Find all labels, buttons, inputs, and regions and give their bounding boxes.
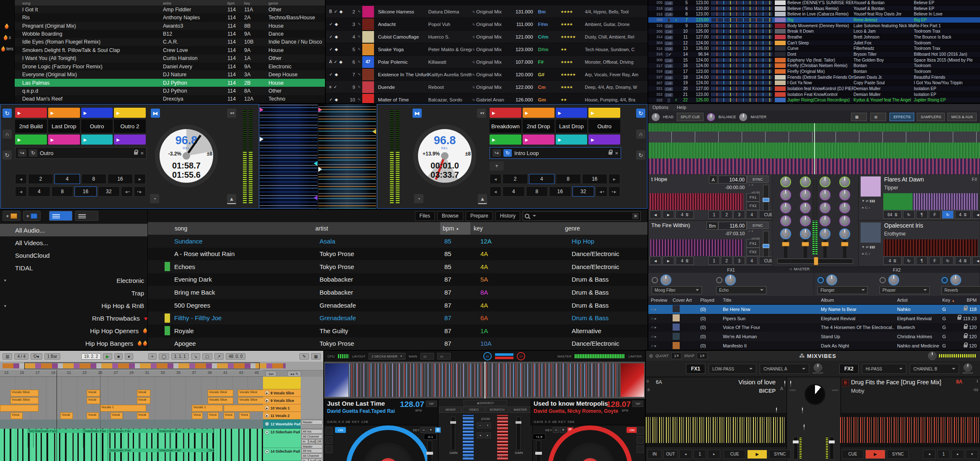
monitor-button[interactable]: Off (316, 458, 322, 461)
track-row[interactable]: 314 CUE 11 127.00 Breathe Brett Johnson … (648, 34, 980, 40)
bpm-display[interactable]: 128.07 (606, 400, 631, 409)
rating-cell[interactable]: ★★★★ (557, 60, 585, 64)
fx-power-icon[interactable] (652, 277, 658, 283)
track-row[interactable]: 316 CUE 17 123.00 Firefly (Original Mix)… (648, 69, 980, 75)
waveform-b[interactable] (840, 413, 980, 447)
loop-menu-button[interactable] (966, 450, 978, 459)
fx2-effect-select[interactable]: HI-PASS (862, 364, 906, 374)
loop-out-button[interactable]: OUT (663, 450, 678, 459)
cue-button[interactable]: CUE (724, 450, 745, 459)
col-title[interactable]: Title (723, 298, 821, 303)
audio-clip[interactable]: Voca (224, 412, 235, 419)
audio-clip[interactable]: Vocals Slice (10, 397, 39, 404)
beatjump-back-button[interactable]: ◄• (121, 186, 133, 197)
track-row[interactable]: ✓ ◆ 4 ✎ Cubist Camouflage Huerco S. ✎Ori… (326, 31, 647, 43)
library-tab[interactable]: History (495, 211, 520, 221)
stripe-waveform[interactable] (711, 35, 772, 39)
loop-toggle-icon[interactable] (29, 149, 37, 157)
crate-item[interactable]: SoundCloud (0, 249, 147, 262)
sandbox-button[interactable]: ◉ SANDBOX (464, 400, 507, 406)
bpm-display[interactable]: 104.00 (718, 176, 747, 184)
crate-fragment[interactable] (5, 23, 10, 29)
lock-icon[interactable] (609, 152, 612, 155)
eq-knob[interactable] (820, 189, 830, 200)
crate-item[interactable]: Hip Hop & RnB (0, 300, 147, 312)
loop-size-button[interactable]: 4 (54, 174, 80, 184)
track-row[interactable]: Echoes Tokyo Prose 85 4A Dance/Electroni… (148, 260, 647, 273)
track-row[interactable]: Drone Logic (Factory Floor Remix) Daniel… (15, 62, 325, 70)
loop-bigger-button[interactable] (134, 174, 146, 184)
audio-clip[interactable]: Vocal (111, 412, 123, 419)
track-row[interactable]: 305 CUE 5 123.00 Believe (DENNEY'S SUNRI… (648, 0, 980, 6)
eq-knob[interactable] (839, 215, 850, 226)
cue-pad[interactable] (490, 108, 521, 118)
preview-cell[interactable]: ▸ (648, 344, 673, 348)
track-row[interactable]: Bring me Back Bobabacker 87 8A Drum & Ba… (148, 286, 647, 299)
fx1-assign-button[interactable]: FX1 (746, 239, 760, 248)
crossfader[interactable] (777, 259, 853, 264)
fx-selector[interactable]: Reverb (941, 286, 980, 294)
track-row[interactable]: Royale The Guilty 87 1A Alternative (148, 324, 647, 337)
track-header[interactable]: ▶8 Vocals Slice (263, 389, 301, 397)
deck-icons2[interactable]: ⏶ C ♪ (861, 252, 870, 256)
gain-knob-a[interactable] (790, 380, 791, 387)
cue-pad[interactable] (48, 135, 80, 145)
deck-icons2[interactable]: ⏶ C ♪ (861, 206, 870, 210)
cue-pad[interactable] (15, 108, 47, 118)
loop-mode-icon[interactable]: ↻ (3, 150, 12, 160)
pfl-icon[interactable] (784, 233, 787, 238)
center-tab[interactable]: MIXER (439, 407, 462, 413)
sync-icon[interactable]: ↻ (636, 109, 645, 118)
col-key[interactable]: key (470, 225, 565, 232)
beat-tap-icon[interactable]: ◔ (150, 194, 159, 203)
audio-clip[interactable]: Vocals 1 (192, 405, 222, 412)
key-minus-button[interactable]: − (553, 427, 559, 433)
deck-icons[interactable]: ▼ ⇄ ▮▮▮ (861, 199, 875, 203)
jump-smaller-button[interactable] (15, 186, 27, 197)
stripe-waveform[interactable] (711, 1, 772, 5)
crate-fragment[interactable]: s (3, 35, 11, 40)
beat-ruler[interactable]: 1315171921232527293133353739414345 (0, 370, 263, 377)
track-row[interactable]: 327 CUE 18 124.00 Friends (Detroit Swind… (648, 75, 980, 80)
beatjump-size-button[interactable]: 4 (28, 186, 50, 197)
monitor-button[interactable]: Auto (309, 439, 315, 444)
snap-value[interactable]: 1 (697, 352, 707, 359)
track-row[interactable]: 307 CUE 19 124.00 I Got Ya Now Copy Past… (648, 80, 980, 86)
stop-button[interactable]: ■ (114, 353, 123, 360)
tap-button[interactable]: TAP (632, 401, 643, 407)
loop-half-button[interactable] (923, 450, 936, 459)
eq-knob[interactable] (800, 202, 811, 213)
quantize-menu[interactable]: 1 Bar (44, 353, 60, 360)
quantize-button[interactable]: ¶ (916, 210, 928, 219)
eq-knob[interactable] (800, 189, 811, 200)
beatjump-size-button[interactable]: 8 (526, 186, 548, 197)
midi-clip[interactable]: Sidechain Pad (158, 429, 214, 448)
loop-smaller-button[interactable] (490, 174, 501, 184)
input-select[interactable]: All Ins (302, 429, 322, 434)
eq-knob[interactable] (802, 407, 803, 414)
fx-power-icon[interactable] (879, 277, 886, 283)
track-row[interactable]: 315 CUE 8 123.00 Believe in Love (Cabarz… (648, 11, 980, 17)
sync-lock-button[interactable] (942, 210, 954, 219)
draw-mode-icon[interactable]: ✎ (299, 353, 309, 360)
crate-item[interactable]: All Audio... (0, 224, 147, 236)
audio-clip[interactable] (0, 405, 39, 412)
track-row[interactable]: Ris Anthony Naples 114 2A Techno/Bass/Ho… (15, 13, 325, 21)
sync-button[interactable]: SYNC (769, 450, 791, 459)
track-row[interactable]: Wobble Boarding B12 114 9A Dance (15, 30, 325, 38)
crate-item[interactable]: All Videos... (0, 236, 147, 249)
saved-loop-row[interactable]: Intro Loop (490, 147, 621, 159)
delete-loop-icon[interactable] (140, 150, 144, 156)
col-cover[interactable]: Cover Art (673, 298, 700, 303)
pitch-nudge[interactable]: − + (748, 229, 753, 233)
broadcast-icon[interactable]: ◍ (870, 113, 886, 121)
loop-length[interactable]: 48. 0. 0 (226, 353, 245, 360)
lane-vocals-1[interactable]: Vocals 1Vocals 1 (0, 404, 263, 412)
loop-jump-icon[interactable] (18, 149, 26, 157)
monitor-button[interactable]: Auto (309, 458, 315, 461)
loop-size[interactable]: 1 (937, 450, 950, 459)
audio-clip[interactable] (224, 405, 265, 412)
eq-knob[interactable] (839, 176, 850, 187)
crate-item[interactable]: Hip Hop Openers (0, 325, 147, 337)
hotcue-button[interactable]: 1 (708, 256, 720, 265)
